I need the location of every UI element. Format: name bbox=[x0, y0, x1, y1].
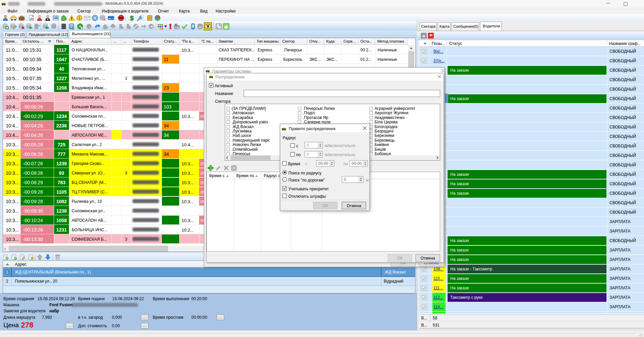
svg-text:$: $ bbox=[130, 15, 134, 21]
svg-text:1: 1 bbox=[78, 16, 80, 20]
svg-text:$: $ bbox=[72, 26, 74, 30]
